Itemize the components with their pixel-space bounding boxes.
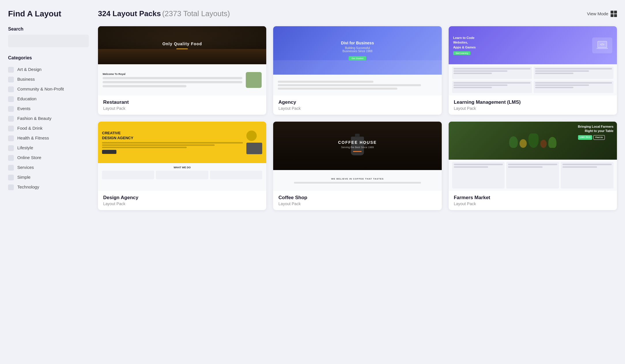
sidebar-item-health-fitness[interactable]: Health & Fitness	[8, 133, 89, 143]
category-label-simple: Simple	[17, 174, 31, 180]
sidebar-item-services[interactable]: Services	[8, 163, 89, 172]
sidebar-item-education[interactable]: Education	[8, 94, 89, 104]
sidebar-item-food-drink[interactable]: Food & Drink	[8, 123, 89, 133]
view-mode-label: View Mode	[587, 11, 608, 16]
coffee-title-text: COFFEE HOUSE	[338, 140, 377, 145]
category-label-technology: Technology	[17, 184, 39, 190]
card-farmers-image: Bringing Local FarmersRight to your Tabl…	[449, 122, 617, 191]
category-label-fashion-beauty: Fashion & Beauty	[17, 115, 51, 121]
card-lms-footer: Learning Management (LMS) Layout Pack	[449, 95, 617, 115]
total-layouts: (2373 Total Layouts)	[162, 9, 230, 18]
coffee-preview: WE BELIEVE IN COFFEE THAT TASTES	[273, 170, 441, 191]
main-header: 324 Layout Packs (2373 Total Layouts) Vi…	[98, 9, 617, 18]
card-coffee-image: COFFEE HOUSE Serving the Best Since 1989…	[273, 122, 441, 191]
checkbox-lifestyle[interactable]	[8, 145, 14, 151]
card-restaurant-footer: Restaurant Layout Pack	[98, 95, 266, 115]
card-design-agency-name: Design Agency	[103, 195, 261, 201]
grid-view-icon	[611, 11, 617, 17]
card-coffee-shop-footer: Coffee Shop Layout Pack	[273, 191, 441, 210]
card-lms-image: Learn to CodeWebsites,Apps & Games Start…	[449, 26, 617, 95]
checkbox-events[interactable]	[8, 106, 14, 112]
card-coffee-shop-type: Layout Pack	[278, 201, 436, 206]
farmers-preview	[449, 160, 617, 191]
sidebar-item-lifestyle[interactable]: Lifestyle	[8, 143, 89, 153]
checkbox-health-fitness[interactable]	[8, 135, 14, 141]
category-label-education: Education	[17, 96, 37, 102]
category-label-art-design: Art & Design	[17, 66, 41, 72]
card-restaurant-image: Only Quality Food Welcome To Royal	[98, 26, 266, 95]
checkbox-technology[interactable]	[8, 184, 14, 190]
checkbox-community-nonprofit[interactable]	[8, 86, 14, 92]
view-mode-button[interactable]: View Mode	[587, 11, 617, 17]
restaurant-hero-text: Only Quality Food	[162, 42, 202, 46]
page-title: Find A Layout	[8, 9, 89, 18]
agency-hero-text: Divi for Business	[341, 41, 374, 45]
checkbox-food-drink[interactable]	[8, 126, 14, 131]
svg-rect-2	[596, 48, 608, 49]
card-agency-name: Agency	[278, 99, 436, 105]
design-preview-title: WHAT WE DO	[102, 166, 262, 169]
lms-hero-text: Learn to CodeWebsites,Apps & Games	[453, 35, 592, 50]
card-coffee-shop-name: Coffee Shop	[278, 195, 436, 201]
sidebar: Find A Layout Search Categories Art & De…	[8, 9, 89, 355]
lms-preview	[449, 64, 617, 95]
sidebar-item-events[interactable]: Events	[8, 104, 89, 114]
sidebar-item-business[interactable]: Business	[8, 74, 89, 84]
search-input[interactable]	[8, 35, 89, 47]
card-restaurant-type: Layout Pack	[103, 106, 261, 111]
agency-preview	[273, 75, 441, 95]
checkbox-art-design[interactable]	[8, 67, 14, 73]
card-design-agency-type: Layout Pack	[103, 201, 261, 206]
card-agency-type: Layout Pack	[278, 106, 436, 111]
checkbox-online-store[interactable]	[8, 155, 14, 161]
card-lms[interactable]: Learn to CodeWebsites,Apps & Games Start…	[449, 26, 617, 115]
card-design-agency[interactable]: CREATIVEDESIGN AGENCY	[98, 122, 266, 210]
card-lms-name: Learning Management (LMS)	[454, 99, 612, 105]
svg-text:</>: </>	[600, 43, 605, 46]
search-label: Search	[8, 27, 89, 32]
categories-label: Categories	[8, 55, 89, 61]
card-design-image: CREATIVEDESIGN AGENCY	[98, 122, 266, 191]
category-label-services: Services	[17, 164, 34, 170]
sidebar-item-simple[interactable]: Simple	[8, 172, 89, 182]
lms-hero: Learn to CodeWebsites,Apps & Games Start…	[449, 26, 617, 64]
card-design-agency-footer: Design Agency Layout Pack	[98, 191, 266, 210]
sidebar-item-online-store[interactable]: Online Store	[8, 153, 89, 163]
category-label-business: Business	[17, 76, 35, 82]
design-preview: WHAT WE DO	[98, 163, 266, 191]
main-content: 324 Layout Packs (2373 Total Layouts) Vi…	[98, 9, 617, 355]
category-label-lifestyle: Lifestyle	[17, 145, 33, 151]
sidebar-item-technology[interactable]: Technology	[8, 182, 89, 192]
design-hero-text: CREATIVEDESIGN AGENCY	[102, 131, 243, 141]
lms-laptop-icon: </>	[592, 37, 612, 53]
category-label-food-drink: Food & Drink	[17, 125, 43, 131]
card-farmers-market-footer: Farmers Market Layout Pack	[449, 191, 617, 210]
card-restaurant-name: Restaurant	[103, 99, 261, 105]
card-coffee-shop[interactable]: COFFEE HOUSE Serving the Best Since 1989…	[273, 122, 441, 210]
sidebar-item-community-nonprofit[interactable]: Community & Non-Profit	[8, 84, 89, 94]
card-farmers-market-type: Layout Pack	[454, 201, 612, 206]
category-label-community-nonprofit: Community & Non-Profit	[17, 86, 64, 92]
checkbox-simple[interactable]	[8, 175, 14, 180]
coffee-sub-text: Serving the Best Since 1989	[341, 146, 374, 149]
card-restaurant[interactable]: Only Quality Food Welcome To Royal	[98, 26, 266, 115]
card-farmers-market[interactable]: Bringing Local FarmersRight to your Tabl…	[449, 122, 617, 210]
card-lms-type: Layout Pack	[454, 106, 612, 111]
card-agency-image: Divi for Business Building SuccessfulBus…	[273, 26, 441, 95]
card-agency-footer: Agency Layout Pack	[273, 95, 441, 115]
sidebar-item-art-design[interactable]: Art & Design	[8, 65, 89, 74]
layout-count-area: 324 Layout Packs (2373 Total Layouts)	[98, 9, 230, 18]
farmers-overlay-text: Bringing Local FarmersRight to your Tabl…	[578, 125, 613, 140]
checkbox-services[interactable]	[8, 165, 14, 171]
design-hero: CREATIVEDESIGN AGENCY	[98, 122, 266, 163]
checkbox-fashion-beauty[interactable]	[8, 116, 14, 122]
coffee-hero: COFFEE HOUSE Serving the Best Since 1989	[273, 122, 441, 170]
layout-count: 324 Layout Packs	[98, 9, 161, 18]
categories-list: Art & Design Business Community & Non-Pr…	[8, 65, 89, 192]
checkbox-education[interactable]	[8, 96, 14, 102]
coffee-overlay: COFFEE HOUSE Serving the Best Since 1989	[273, 122, 441, 170]
card-agency[interactable]: Divi for Business Building SuccessfulBus…	[273, 26, 441, 115]
checkbox-business[interactable]	[8, 77, 14, 82]
sidebar-item-fashion-beauty[interactable]: Fashion & Beauty	[8, 114, 89, 123]
restaurant-hero: Only Quality Food	[98, 26, 266, 64]
